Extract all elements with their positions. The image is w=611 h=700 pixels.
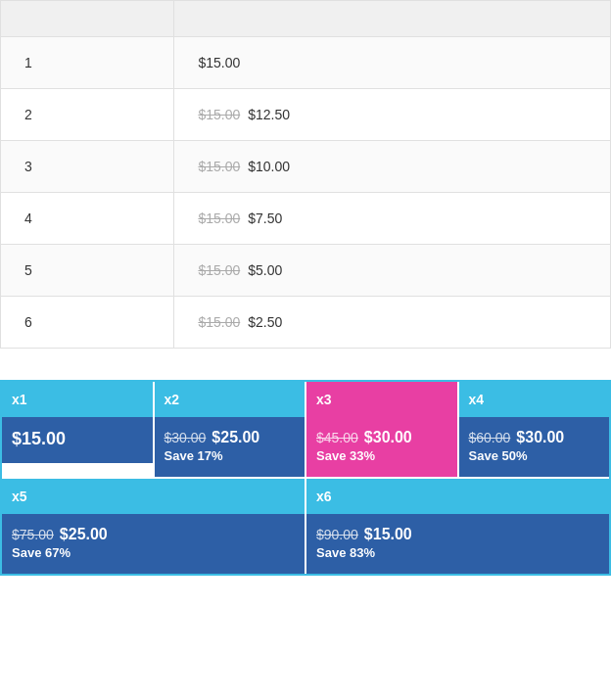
- bulk-row-1: x1 $15.00 x2 $30.00$25.00 Save 17% x3 $4…: [2, 382, 609, 477]
- table-price-cell: $15.00$12.50: [174, 89, 611, 141]
- bulk-x6-label: x6: [306, 479, 609, 514]
- bulk-x2-label: x2: [155, 382, 306, 417]
- col-price-header: [174, 1, 611, 37]
- bulk-x1-body: $15.00: [2, 417, 153, 463]
- bulk-x1-label: x1: [2, 382, 153, 417]
- table-qty-cell: 4: [1, 193, 174, 245]
- bulk-x5-label: x5: [2, 479, 305, 514]
- bulk-x5-original: $75.00: [12, 527, 54, 542]
- bulk-x4-label: x4: [459, 382, 610, 417]
- bulk-card-x1[interactable]: x1 $15.00: [2, 382, 153, 477]
- bulk-x4-body: $60.00$30.00 Save 50%: [459, 417, 610, 477]
- table-price-cell: $15.00$5.00: [174, 245, 611, 297]
- current-price: $15.00: [198, 55, 240, 70]
- bulk-cards-container: x1 $15.00 x2 $30.00$25.00 Save 17% x3 $4…: [0, 380, 611, 576]
- bulk-x3-label: x3: [306, 382, 457, 417]
- table-qty-cell: 1: [1, 37, 174, 89]
- bulk-x4-save: Save 50%: [469, 448, 600, 463]
- current-price: $7.50: [248, 210, 282, 226]
- table-qty-cell: 6: [1, 297, 174, 349]
- bulk-x6-save: Save 83%: [316, 545, 599, 560]
- table-price-cell: $15.00$10.00: [174, 141, 611, 193]
- table-qty-cell: 5: [1, 245, 174, 297]
- col-qty-header: [1, 1, 174, 37]
- bulk-x3-price: $30.00: [364, 429, 412, 445]
- bulk-row-2: x5 $75.00$25.00 Save 67% x6 $90.00$15.00…: [2, 477, 609, 574]
- bulk-x3-original: $45.00: [316, 430, 358, 445]
- current-price: $12.50: [248, 107, 290, 122]
- original-price: $15.00: [198, 262, 240, 278]
- bulk-card-x3[interactable]: x3 $45.00$30.00 Save 33%: [305, 382, 457, 477]
- bulk-x4-price: $30.00: [516, 429, 564, 445]
- bulk-x1-price: $15.00: [12, 429, 66, 448]
- bulk-x2-original: $30.00: [164, 430, 207, 445]
- table-price-cell: $15.00$2.50: [174, 297, 611, 349]
- table-qty-cell: 2: [1, 89, 174, 141]
- original-price: $15.00: [198, 107, 240, 122]
- bulk-x5-price: $25.00: [60, 526, 108, 542]
- bulk-x5-save: Save 67%: [12, 545, 295, 560]
- bulk-card-x4[interactable]: x4 $60.00$30.00 Save 50%: [457, 382, 610, 477]
- table-price-cell: $15.00$7.50: [174, 193, 611, 245]
- bulk-x6-price: $15.00: [364, 526, 412, 542]
- current-price: $5.00: [248, 262, 282, 278]
- current-price: $2.50: [248, 314, 282, 330]
- original-price: $15.00: [198, 314, 240, 330]
- price-table: 1$15.002$15.00$12.503$15.00$10.004$15.00…: [0, 0, 611, 349]
- table-price-cell: $15.00: [174, 37, 611, 89]
- table-qty-cell: 3: [1, 141, 174, 193]
- bulk-x3-body: $45.00$30.00 Save 33%: [306, 417, 457, 477]
- bulk-x5-body: $75.00$25.00 Save 67%: [2, 514, 305, 574]
- bulk-x6-body: $90.00$15.00 Save 83%: [306, 514, 609, 574]
- original-price: $15.00: [198, 159, 240, 174]
- original-price: $15.00: [198, 210, 240, 226]
- bulk-card-x6[interactable]: x6 $90.00$15.00 Save 83%: [305, 479, 609, 574]
- bulk-x3-save: Save 33%: [316, 448, 447, 463]
- bulk-x2-price: $25.00: [212, 429, 259, 445]
- bulk-card-x2[interactable]: x2 $30.00$25.00 Save 17%: [153, 382, 306, 477]
- bulk-x2-body: $30.00$25.00 Save 17%: [155, 417, 306, 477]
- bulk-x2-save: Save 17%: [164, 448, 296, 463]
- bulk-x6-original: $90.00: [316, 527, 358, 542]
- bulk-x4-original: $60.00: [469, 430, 511, 445]
- current-price: $10.00: [248, 159, 290, 174]
- bulk-card-x5[interactable]: x5 $75.00$25.00 Save 67%: [2, 479, 305, 574]
